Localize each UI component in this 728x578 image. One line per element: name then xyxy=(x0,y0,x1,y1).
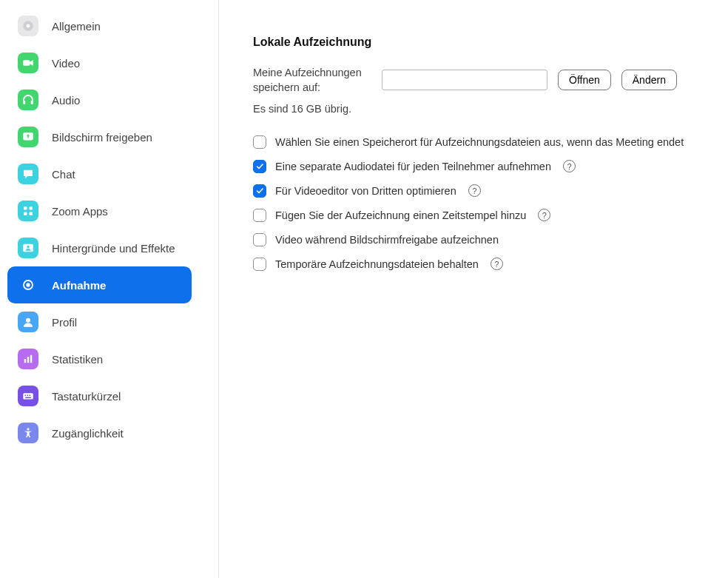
help-icon[interactable]: ? xyxy=(491,258,503,270)
recording-path-input[interactable] xyxy=(382,70,547,90)
change-button[interactable]: Ändern xyxy=(621,70,677,90)
recording-options-list: Wählen Sie einen Speicherort für Aufzeic… xyxy=(253,135,710,271)
checkbox[interactable] xyxy=(253,209,266,222)
svg-rect-22 xyxy=(25,397,31,399)
keyboard-icon xyxy=(18,386,38,406)
recording-option-row: Temporäre Aufzeichnungsdateien behalten? xyxy=(253,258,710,271)
record-icon xyxy=(18,275,38,295)
recording-option-row: Für Videoeditor von Dritten optimieren? xyxy=(253,184,710,198)
recording-option-row: Video während Bildschirmfreigabe aufzeic… xyxy=(253,233,710,246)
svg-rect-20 xyxy=(27,395,29,397)
sidebar-item-bildschirm-freigeben[interactable]: Bildschirm freigeben xyxy=(7,118,192,155)
storage-remaining-text: Es sind 16 GB übrig. xyxy=(253,103,710,115)
svg-rect-15 xyxy=(24,359,26,363)
sidebar-item-chat[interactable]: Chat xyxy=(7,155,192,192)
profile-icon xyxy=(18,312,38,332)
gear-icon xyxy=(18,16,38,36)
checkbox-label: Wählen Sie einen Speicherort für Aufzeic… xyxy=(275,136,684,148)
recording-option-row: Eine separate Audiodatei für jeden Teiln… xyxy=(253,160,710,173)
svg-rect-16 xyxy=(27,357,29,363)
help-icon[interactable]: ? xyxy=(538,209,550,221)
recording-path-label: Meine Aufzeichnungen speichern auf: xyxy=(253,65,371,95)
checkbox[interactable] xyxy=(253,184,266,198)
sidebar-item-label: Hintergründe und Effekte xyxy=(52,242,175,255)
svg-point-11 xyxy=(27,246,29,248)
settings-content: Lokale Aufzeichnung Meine Aufzeichnungen… xyxy=(219,0,728,578)
headphones-icon xyxy=(18,90,38,110)
svg-rect-9 xyxy=(30,212,33,216)
sidebar-item-aufnahme[interactable]: Aufnahme xyxy=(7,266,192,303)
apps-icon xyxy=(18,201,38,221)
checkbox-label: Eine separate Audiodatei für jeden Teiln… xyxy=(275,161,551,172)
svg-point-1 xyxy=(27,24,30,28)
checkbox-label: Fügen Sie der Aufzeichnung einen Zeitste… xyxy=(275,209,526,221)
svg-rect-8 xyxy=(24,212,27,216)
sidebar-item-label: Zugänglichkeit xyxy=(52,427,124,440)
svg-rect-4 xyxy=(31,101,33,104)
checkbox[interactable] xyxy=(253,160,266,173)
svg-rect-21 xyxy=(30,395,31,397)
sidebar-item-label: Video xyxy=(52,57,80,70)
svg-rect-19 xyxy=(25,395,27,397)
sidebar-item-hintergrnde-und-effekte[interactable]: Hintergründe und Effekte xyxy=(7,229,192,266)
sidebar-item-zoom-apps[interactable]: Zoom Apps xyxy=(7,192,192,229)
open-button[interactable]: Öffnen xyxy=(558,70,611,90)
sidebar-item-label: Zoom Apps xyxy=(52,205,108,218)
sidebar-item-zugnglichkeit[interactable]: Zugänglichkeit xyxy=(7,414,192,451)
background-icon xyxy=(18,238,38,258)
checkbox-label: Für Videoeditor von Dritten optimieren xyxy=(275,185,456,197)
checkbox-label: Temporäre Aufzeichnungsdateien behalten xyxy=(275,258,479,270)
checkbox[interactable] xyxy=(253,233,266,246)
stats-icon xyxy=(18,349,38,369)
sidebar-item-video[interactable]: Video xyxy=(7,44,192,81)
svg-rect-17 xyxy=(30,355,32,363)
accessibility-icon xyxy=(18,423,38,443)
svg-point-14 xyxy=(26,318,30,323)
sidebar-item-audio[interactable]: Audio xyxy=(7,81,192,118)
checkbox[interactable] xyxy=(253,135,266,149)
sidebar-item-label: Chat xyxy=(52,168,75,181)
sidebar-item-label: Allgemein xyxy=(52,20,101,33)
sidebar-item-label: Aufnahme xyxy=(52,279,106,292)
sidebar-item-label: Tastaturkürzel xyxy=(52,390,121,403)
share-screen-icon xyxy=(18,127,38,147)
svg-rect-6 xyxy=(24,206,27,210)
sidebar-item-tastaturkrzel[interactable]: Tastaturkürzel xyxy=(7,377,192,414)
sidebar-item-profil[interactable]: Profil xyxy=(7,303,192,340)
svg-rect-7 xyxy=(30,206,33,210)
checkbox[interactable] xyxy=(253,258,266,271)
sidebar-item-label: Bildschirm freigeben xyxy=(52,131,152,144)
recording-option-row: Fügen Sie der Aufzeichnung einen Zeitste… xyxy=(253,209,710,222)
checkbox-label: Video während Bildschirmfreigabe aufzeic… xyxy=(275,234,499,246)
svg-rect-2 xyxy=(23,60,30,66)
recording-option-row: Wählen Sie einen Speicherort für Aufzeic… xyxy=(253,135,710,149)
svg-point-13 xyxy=(26,283,30,286)
help-icon[interactable]: ? xyxy=(468,184,481,197)
sidebar-item-label: Statistiken xyxy=(52,353,103,366)
chat-icon xyxy=(18,164,38,184)
section-title-local-recording: Lokale Aufzeichnung xyxy=(253,36,710,49)
svg-point-23 xyxy=(27,428,29,430)
recording-path-row: Meine Aufzeichnungen speichern auf: Öffn… xyxy=(253,65,710,95)
sidebar-item-statistiken[interactable]: Statistiken xyxy=(7,340,192,377)
video-icon xyxy=(18,53,38,73)
sidebar-item-label: Audio xyxy=(52,94,80,107)
svg-rect-3 xyxy=(23,101,25,104)
sidebar-item-label: Profil xyxy=(52,316,77,329)
svg-rect-18 xyxy=(23,393,33,399)
help-icon[interactable]: ? xyxy=(563,160,576,172)
settings-sidebar: AllgemeinVideoAudioBildschirm freigebenC… xyxy=(0,0,219,578)
sidebar-item-allgemein[interactable]: Allgemein xyxy=(7,7,192,44)
